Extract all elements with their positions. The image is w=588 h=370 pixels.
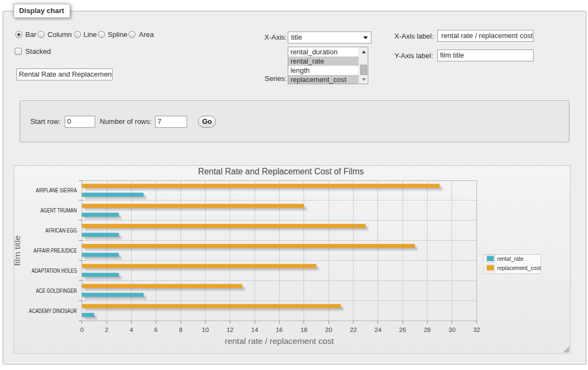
- svg-text:rental rate / replacement cost: rental rate / replacement cost: [225, 336, 334, 346]
- svg-text:18: 18: [301, 327, 308, 333]
- svg-text:rental_rate: rental_rate: [497, 256, 524, 262]
- svg-text:28: 28: [424, 327, 431, 333]
- svg-text:0: 0: [81, 327, 84, 333]
- svg-text:6: 6: [154, 327, 158, 333]
- svg-text:30: 30: [449, 327, 456, 333]
- svg-text:AFRICAN EGG: AFRICAN EGG: [46, 227, 77, 234]
- svg-text:22: 22: [350, 327, 357, 333]
- svg-text:AGENT TRUMAN: AGENT TRUMAN: [40, 207, 77, 214]
- svg-text:32: 32: [473, 327, 480, 333]
- svg-text:ACE GOLDFINGER: ACE GOLDFINGER: [36, 287, 77, 294]
- svg-text:16: 16: [276, 327, 283, 333]
- svg-text:replacement_cost: replacement_cost: [497, 265, 541, 271]
- svg-text:film title: film title: [14, 235, 22, 266]
- svg-text:ACADEMY DINOSAUR: ACADEMY DINOSAUR: [29, 307, 77, 313]
- svg-text:10: 10: [202, 327, 209, 333]
- svg-text:14: 14: [251, 327, 258, 333]
- svg-text:Rental Rate and Replacement Co: Rental Rate and Replacement Cost of Film…: [198, 167, 364, 176]
- svg-text:20: 20: [325, 327, 332, 333]
- svg-text:2: 2: [105, 327, 108, 333]
- svg-text:AFFAIR PREJUDICE: AFFAIR PREJUDICE: [34, 247, 77, 254]
- svg-text:26: 26: [399, 327, 406, 333]
- svg-text:12: 12: [227, 327, 234, 333]
- svg-text:24: 24: [375, 327, 382, 333]
- svg-text:ADAPTATION HOLES: ADAPTATION HOLES: [32, 267, 77, 274]
- svg-text:8: 8: [179, 327, 182, 333]
- svg-text:4: 4: [129, 327, 133, 333]
- svg-text:AIRPLANE SIERRA: AIRPLANE SIERRA: [36, 187, 77, 193]
